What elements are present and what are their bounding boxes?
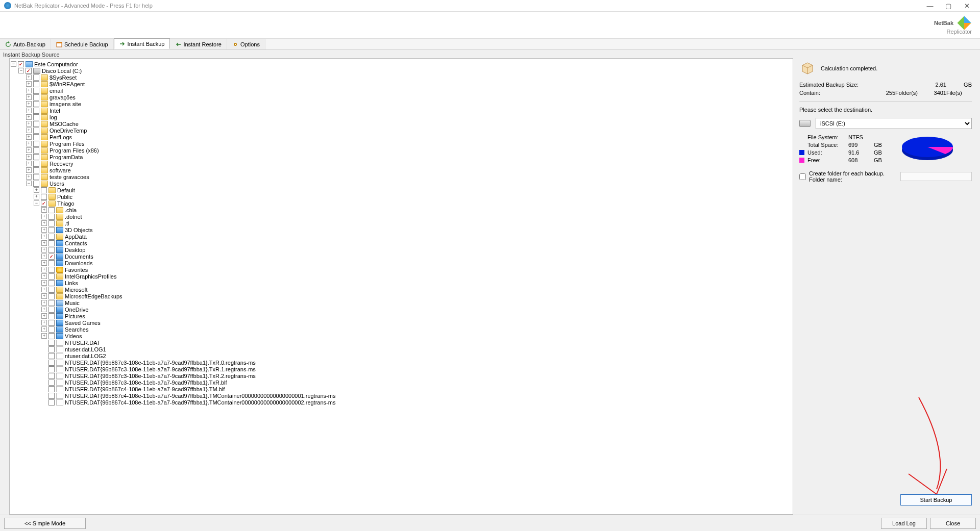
- expander-icon[interactable]: +: [34, 187, 39, 193]
- tree-node[interactable]: +Documents: [11, 253, 792, 260]
- checkbox[interactable]: [48, 353, 55, 359]
- expander-icon[interactable]: +: [41, 273, 47, 279]
- checkbox[interactable]: [33, 128, 39, 134]
- close-window-button[interactable]: ✕: [958, 1, 976, 11]
- expander-icon[interactable]: +: [41, 267, 47, 272]
- expander-icon[interactable]: +: [26, 114, 32, 120]
- expander-icon[interactable]: +: [41, 214, 47, 219]
- tree-node[interactable]: +Program Files: [11, 140, 792, 147]
- tree-node[interactable]: +imagens site: [11, 100, 792, 107]
- expander-icon[interactable]: +: [26, 94, 32, 100]
- create-folder-checkbox[interactable]: [799, 173, 806, 180]
- tree-node[interactable]: +ProgramData: [11, 154, 792, 160]
- checkbox[interactable]: [48, 227, 55, 233]
- checkbox[interactable]: [48, 366, 55, 372]
- expander-icon[interactable]: +: [26, 154, 32, 160]
- expander-icon[interactable]: +: [41, 313, 47, 319]
- expander-icon[interactable]: +: [34, 194, 39, 199]
- tree-node[interactable]: +Microsoft: [11, 286, 792, 293]
- tree-node[interactable]: +software: [11, 167, 792, 173]
- checkbox[interactable]: [33, 81, 39, 87]
- expander-icon[interactable]: +: [26, 121, 32, 127]
- checkbox[interactable]: [33, 181, 39, 187]
- tree-node[interactable]: ntuser.dat.LOG1: [11, 346, 792, 352]
- checkbox[interactable]: [48, 313, 55, 319]
- checkbox[interactable]: [33, 88, 39, 94]
- checkbox[interactable]: [33, 114, 39, 120]
- expander-icon[interactable]: +: [41, 260, 47, 266]
- folder-name-input[interactable]: [900, 172, 972, 181]
- checkbox[interactable]: [33, 141, 39, 147]
- checkbox[interactable]: [48, 373, 55, 379]
- checkbox[interactable]: [48, 346, 55, 352]
- expander-icon[interactable]: +: [26, 161, 32, 166]
- destination-select[interactable]: iSCSI (E:): [816, 118, 972, 129]
- tree-node[interactable]: −Este Computador: [11, 61, 792, 67]
- checkbox[interactable]: [33, 161, 39, 167]
- tree-node[interactable]: NTUSER.DAT: [11, 339, 792, 346]
- expander-icon[interactable]: +: [41, 234, 47, 239]
- tree-node[interactable]: NTUSER.DAT{96b867c4-108e-11eb-a7a7-9cad9…: [11, 399, 792, 406]
- expander-icon[interactable]: −: [26, 181, 32, 186]
- tree-node[interactable]: +MSOCache: [11, 120, 792, 127]
- tab-instant-backup[interactable]: Instant Backup: [114, 38, 170, 49]
- tree-node[interactable]: −Users: [11, 180, 792, 187]
- tree-node[interactable]: +Links: [11, 280, 792, 286]
- tree-node[interactable]: +Recovery: [11, 160, 792, 167]
- tree-node[interactable]: NTUSER.DAT{96b867c4-108e-11eb-a7a7-9cad9…: [11, 392, 792, 399]
- checkbox[interactable]: [48, 393, 55, 399]
- checkbox[interactable]: [48, 267, 55, 273]
- tree-node[interactable]: +OneDriveTemp: [11, 127, 792, 134]
- expander-icon[interactable]: +: [41, 307, 47, 312]
- tree-node[interactable]: NTUSER.DAT{96b867c3-108e-11eb-a7a7-9cad9…: [11, 379, 792, 386]
- expander-icon[interactable]: +: [26, 108, 32, 113]
- maximize-button[interactable]: ▢: [939, 1, 958, 11]
- tree-node[interactable]: +teste gravacoes: [11, 173, 792, 180]
- checkbox[interactable]: [41, 194, 47, 200]
- expander-icon[interactable]: +: [26, 147, 32, 153]
- checkbox[interactable]: [48, 300, 55, 306]
- checkbox[interactable]: [33, 174, 39, 180]
- tree-node[interactable]: +Favorites: [11, 266, 792, 273]
- expander-icon[interactable]: +: [41, 300, 47, 306]
- tree-node[interactable]: +Pictures: [11, 313, 792, 319]
- tree-node[interactable]: +Music: [11, 299, 792, 306]
- tab-instant-restore[interactable]: Instant Restore: [170, 39, 227, 49]
- checkbox[interactable]: [48, 260, 55, 266]
- checkbox[interactable]: [48, 247, 55, 253]
- checkbox[interactable]: [41, 187, 47, 193]
- source-tree-panel[interactable]: −Este Computador−Disco Local (C:)+$SysRe…: [9, 58, 793, 515]
- expander-icon[interactable]: +: [41, 320, 47, 325]
- checkbox[interactable]: [33, 167, 39, 173]
- checkbox[interactable]: [48, 234, 55, 240]
- tree-node[interactable]: +PerfLogs: [11, 134, 792, 140]
- expander-icon[interactable]: −: [34, 200, 39, 206]
- checkbox[interactable]: [48, 333, 55, 339]
- load-log-button[interactable]: Load Log: [881, 518, 927, 529]
- checkbox[interactable]: [26, 68, 32, 74]
- tree-node[interactable]: NTUSER.DAT{96b867c3-108e-11eb-a7a7-9cad9…: [11, 372, 792, 379]
- tree-node[interactable]: NTUSER.DAT{96b867c3-108e-11eb-a7a7-9cad9…: [11, 359, 792, 366]
- minimize-button[interactable]: —: [921, 1, 939, 11]
- tree-node[interactable]: +3D Objects: [11, 226, 792, 233]
- tree-node[interactable]: +Contacts: [11, 240, 792, 246]
- tree-node[interactable]: +$WinREAgent: [11, 81, 792, 87]
- simple-mode-button[interactable]: << Simple Mode: [4, 518, 86, 529]
- expander-icon[interactable]: +: [41, 280, 47, 286]
- checkbox[interactable]: [48, 360, 55, 366]
- tree-node[interactable]: +.chia: [11, 207, 792, 213]
- tab-auto-backup[interactable]: Auto-Backup: [0, 39, 51, 49]
- expander-icon[interactable]: −: [11, 61, 16, 67]
- checkbox[interactable]: [33, 108, 39, 114]
- tree-node[interactable]: +$SysReset: [11, 74, 792, 81]
- checkbox[interactable]: [48, 326, 55, 333]
- checkbox[interactable]: [41, 200, 47, 207]
- expander-icon[interactable]: +: [41, 220, 47, 226]
- tab-schedule-backup[interactable]: Schedule Backup: [51, 39, 114, 49]
- tree-node[interactable]: +IntelGraphicsProfiles: [11, 273, 792, 280]
- tree-node[interactable]: +log: [11, 114, 792, 120]
- tree-node[interactable]: ntuser.dat.LOG2: [11, 352, 792, 359]
- expander-icon[interactable]: +: [41, 227, 47, 233]
- expander-icon[interactable]: +: [26, 128, 32, 133]
- checkbox[interactable]: [48, 380, 55, 386]
